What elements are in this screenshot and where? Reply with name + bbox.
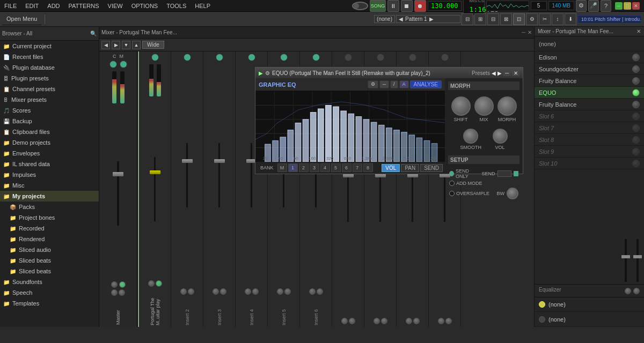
eq-num-1-btn[interactable]: 1 bbox=[288, 163, 298, 172]
channel-btn-ins6[interactable] bbox=[312, 54, 320, 61]
slot-fruity-balance-2-knob[interactable] bbox=[632, 101, 640, 108]
help-icon-btn[interactable]: ? bbox=[601, 0, 611, 12]
menu-tools[interactable]: TOOLS bbox=[162, 2, 191, 10]
bw-knob[interactable] bbox=[507, 188, 518, 199]
vol-knob[interactable] bbox=[493, 129, 508, 144]
mixer-layout-btn-4[interactable]: ⊠ bbox=[500, 13, 512, 25]
mic-icon-btn[interactable]: 🎤 bbox=[588, 0, 599, 12]
sidebar-item-scores[interactable]: 🎵 Scores bbox=[0, 105, 99, 116]
mixer-layout-btn-5[interactable]: ⊡ bbox=[513, 13, 525, 25]
bpm-display[interactable]: 130.000 bbox=[428, 1, 462, 11]
slot-8[interactable]: Slot 8 bbox=[535, 134, 644, 146]
sidebar-item-current-project[interactable]: 📁 Current project bbox=[0, 41, 99, 51]
menu-help[interactable]: HELP bbox=[191, 2, 215, 10]
slot-fruity-balance-2[interactable]: Fruity Balance bbox=[535, 99, 644, 110]
knob-ins2-1[interactable] bbox=[180, 288, 187, 295]
menu-edit[interactable]: EDIT bbox=[21, 2, 43, 10]
slot-6[interactable]: Slot 6 bbox=[535, 110, 644, 122]
mixer-tool-btn-1[interactable]: ✂ bbox=[539, 13, 551, 25]
eq-num-4-btn[interactable]: 4 bbox=[320, 163, 330, 172]
send-value[interactable] bbox=[497, 170, 512, 177]
equalizer-knob[interactable] bbox=[625, 288, 631, 294]
eq-num-8-btn[interactable]: 8 bbox=[363, 163, 373, 172]
channel-btn-ins8[interactable] bbox=[377, 54, 384, 61]
arrow-up-btn[interactable]: ▲ bbox=[132, 41, 141, 49]
channel-btn-ins2[interactable] bbox=[184, 54, 191, 61]
slot-edison[interactable]: Edison bbox=[535, 51, 644, 63]
knob-ins3-1[interactable] bbox=[213, 288, 219, 295]
knob-ins10-1[interactable] bbox=[438, 318, 444, 324]
window-minimize-btn[interactable]: ─ bbox=[615, 2, 623, 10]
sidebar-item-recent-files[interactable]: 📄 Recent files bbox=[0, 51, 99, 62]
sidebar-item-sliced-audio[interactable]: 📁 Sliced audio bbox=[0, 244, 99, 255]
open-menu-btn[interactable]: Open Menu bbox=[2, 13, 41, 25]
arrow-left-btn[interactable]: ◀ bbox=[101, 41, 110, 49]
eq-send-btn[interactable]: SEND bbox=[420, 164, 443, 172]
slot-10[interactable]: Slot 10 bbox=[535, 158, 644, 169]
settings-icon-btn[interactable]: ⚙ bbox=[576, 0, 587, 12]
sidebar-item-recorded[interactable]: 📁 Recorded bbox=[0, 223, 99, 234]
fader-ins2[interactable] bbox=[182, 159, 193, 163]
eq-prev-preset-btn[interactable]: ◀ bbox=[492, 70, 496, 76]
menu-patterns[interactable]: PATTERNS bbox=[64, 2, 104, 10]
slot-7-knob[interactable] bbox=[632, 124, 640, 132]
sidebar-item-impulses[interactable]: 📁 Impulses bbox=[0, 169, 99, 180]
fader-ins7[interactable] bbox=[343, 174, 354, 177]
fader-master[interactable] bbox=[113, 172, 123, 176]
menu-options[interactable]: OPTIONS bbox=[127, 2, 163, 10]
fader-ins9[interactable] bbox=[407, 174, 418, 177]
knob-ins4-2[interactable] bbox=[252, 288, 259, 295]
slot-equo-knob[interactable] bbox=[632, 89, 640, 96]
slot-soundgoodizer-knob[interactable] bbox=[632, 65, 640, 73]
eq-m-btn[interactable]: M bbox=[277, 163, 287, 172]
slot-edison-knob[interactable] bbox=[632, 54, 640, 61]
sidebar-item-speech[interactable]: 📁 Speech bbox=[0, 287, 99, 298]
slot-equo[interactable]: EQUO bbox=[535, 87, 644, 99]
knob-ch2-1[interactable] bbox=[148, 280, 155, 287]
knob-ins5-1[interactable] bbox=[277, 288, 283, 295]
knob-ins4-1[interactable] bbox=[245, 288, 251, 295]
eq-analyse-btn[interactable]: ANALYSE bbox=[410, 80, 442, 88]
eq-canvas[interactable]: 20 40 60 160 320 640 1.28k 2.56k 5.12k 1… bbox=[255, 91, 445, 162]
sidebar-item-plugin-presets[interactable]: 🎛 Plugin presets bbox=[0, 73, 99, 84]
mixer-settings-btn[interactable]: ⚙ bbox=[526, 13, 538, 25]
sidebar-item-templates[interactable]: 📁 Templates bbox=[0, 298, 99, 309]
slot-none-top[interactable]: (none) bbox=[535, 36, 644, 51]
fader-ins8[interactable] bbox=[375, 174, 386, 177]
knob-ins5-2[interactable] bbox=[284, 288, 291, 295]
channel-green-btn-1[interactable] bbox=[151, 54, 159, 61]
knob-ins6-2[interactable] bbox=[317, 288, 323, 295]
eq-vol-btn[interactable]: VOL bbox=[382, 164, 400, 172]
mix-knob[interactable] bbox=[474, 96, 494, 116]
eq-next-preset-btn[interactable]: ▶ bbox=[497, 70, 502, 76]
slot-none-bottom-2[interactable]: (none) bbox=[535, 312, 644, 327]
mixer-layout-btn-3[interactable]: ⊟ bbox=[487, 13, 499, 25]
slot-6-knob[interactable] bbox=[632, 113, 640, 120]
knob-ch2-2[interactable] bbox=[156, 280, 162, 287]
equalizer-knob-2[interactable] bbox=[633, 288, 640, 294]
sidebar-item-envelopes[interactable]: 📁 Envelopes bbox=[0, 148, 99, 159]
mixer-tool-btn-3[interactable]: ⬇ bbox=[565, 13, 576, 25]
mixer-minimize-btn[interactable]: ─ bbox=[522, 29, 525, 35]
sidebar-item-mixer-presets[interactable]: 🎚 Mixer presets bbox=[0, 94, 99, 105]
eq-num-6-btn[interactable]: 6 bbox=[342, 163, 352, 172]
mixer-tool-btn-2[interactable]: ↕ bbox=[552, 13, 564, 25]
eq-minimize-btn[interactable]: ─ bbox=[503, 70, 510, 76]
slot-none-bottom-1[interactable]: (none) bbox=[535, 297, 644, 312]
menu-add[interactable]: ADD bbox=[43, 2, 64, 10]
shift-knob[interactable] bbox=[451, 96, 471, 116]
knob-master-3[interactable] bbox=[111, 289, 118, 296]
menu-view[interactable]: VIEW bbox=[104, 2, 127, 10]
add-mode-radio[interactable]: ADD MODE bbox=[449, 181, 482, 186]
channel-green-btn-master-1[interactable] bbox=[109, 61, 117, 68]
right-fader-handle-1[interactable] bbox=[621, 255, 630, 258]
knob-ins3-2[interactable] bbox=[220, 288, 226, 295]
sidebar-search-btn[interactable]: 🔍 bbox=[90, 31, 97, 36]
pattern-selector[interactable]: ◀ Pattern 1 ▶ bbox=[396, 15, 460, 23]
sidebar-item-channel-presets[interactable]: 📋 Channel presets bbox=[0, 84, 99, 94]
window-maximize-btn[interactable]: □ bbox=[624, 2, 631, 10]
sidebar-item-soundfonts[interactable]: 📁 Soundfonts bbox=[0, 277, 99, 287]
slot-10-knob[interactable] bbox=[632, 160, 640, 167]
channel-btn-ins4[interactable] bbox=[248, 54, 255, 61]
sidebar-item-rendered[interactable]: 📁 Rendered bbox=[0, 234, 99, 244]
